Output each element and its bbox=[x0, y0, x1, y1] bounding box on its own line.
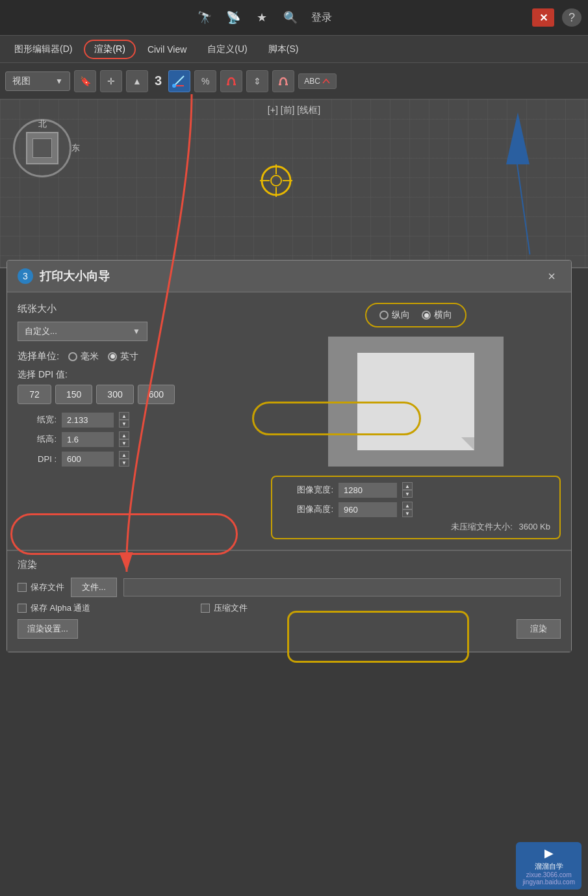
viewport: [+] [前] [线框] 北 东 bbox=[0, 99, 588, 268]
image-height-input[interactable] bbox=[339, 502, 397, 517]
percent-btn[interactable]: % bbox=[194, 70, 216, 92]
login-label[interactable]: 登录 bbox=[311, 11, 332, 25]
paper-preview bbox=[328, 337, 504, 467]
image-width-label: 图像宽度: bbox=[281, 484, 333, 496]
save-file-checkbox[interactable]: 保存文件 bbox=[18, 582, 64, 593]
view-select-arrow: ▼ bbox=[55, 77, 63, 86]
unit-inch-radio[interactable]: 英寸 bbox=[108, 351, 138, 363]
dpi-value-down[interactable]: ▼ bbox=[119, 459, 129, 467]
portrait-radio[interactable]: 纵向 bbox=[379, 309, 410, 321]
close-x-button[interactable]: ✕ bbox=[532, 8, 554, 27]
landscape-radio[interactable]: 横向 bbox=[422, 309, 452, 321]
paper-size-select[interactable]: 自定义... ▼ bbox=[18, 322, 147, 341]
watermark: ▶ 溜溜自学 zixue.3066.com jingyan.baidu.com bbox=[516, 842, 582, 890]
compress-file-checkbox[interactable]: 压缩文件 bbox=[201, 602, 248, 614]
save-file-checkbox-box[interactable] bbox=[18, 583, 27, 592]
paper-dropdown-row: 自定义... ▼ bbox=[18, 322, 258, 341]
render-row-1: 保存文件 文件... bbox=[18, 578, 561, 597]
dpi-value-up[interactable]: ▲ bbox=[119, 451, 129, 459]
portrait-label: 纵向 bbox=[392, 309, 410, 321]
render-file-path-input[interactable] bbox=[123, 578, 561, 596]
svg-point-6 bbox=[271, 175, 281, 186]
viewport-label: [+] [前] [线框] bbox=[268, 105, 320, 116]
up-down-btn[interactable]: ⇕ bbox=[246, 70, 268, 92]
watermark-url: jingyan.baidu.com bbox=[522, 878, 575, 886]
paper-height-input[interactable] bbox=[62, 432, 114, 447]
angle-tool-btn[interactable] bbox=[168, 70, 190, 92]
binoculars-icon[interactable]: 🔭 bbox=[194, 7, 215, 28]
dpi-600-btn[interactable]: 600 bbox=[138, 385, 175, 404]
upload-btn[interactable]: ▲ bbox=[126, 70, 148, 92]
paper-width-up[interactable]: ▲ bbox=[119, 412, 129, 420]
bookmark-btn[interactable]: 🔖 bbox=[74, 70, 96, 92]
abc-btn[interactable]: ABC bbox=[298, 73, 337, 89]
star-icon[interactable]: ★ bbox=[251, 7, 272, 28]
help-button[interactable]: ? bbox=[562, 8, 582, 27]
render-start-button[interactable]: 渲染 bbox=[517, 619, 561, 639]
compress-file-checkbox-box[interactable] bbox=[201, 604, 210, 613]
dpi-72-btn[interactable]: 72 bbox=[18, 385, 51, 404]
image-height-up[interactable]: ▲ bbox=[402, 502, 413, 509]
image-width-down[interactable]: ▼ bbox=[402, 490, 413, 498]
dpi-150-btn[interactable]: 150 bbox=[55, 385, 92, 404]
unit-mm-radio[interactable]: 毫米 bbox=[68, 351, 99, 363]
unit-selection: 选择单位: 毫米 英寸 bbox=[18, 350, 258, 363]
dpi-300-btn[interactable]: 300 bbox=[96, 385, 133, 404]
magnet-btn[interactable] bbox=[220, 70, 242, 92]
dialog-right-panel: 纵向 横向 图像宽度: ▲ bbox=[271, 303, 561, 539]
paper-width-spinner: ▲ ▼ bbox=[119, 412, 129, 428]
dpi-value-row: DPI : ▲ ▼ bbox=[18, 451, 258, 467]
paper-width-down[interactable]: ▼ bbox=[119, 420, 129, 428]
paper-height-up[interactable]: ▲ bbox=[119, 431, 129, 439]
file-browse-button[interactable]: 文件... bbox=[71, 578, 117, 597]
crosshair-btn[interactable]: ✛ bbox=[100, 70, 122, 92]
unit-label: 选择单位: bbox=[18, 350, 59, 363]
dpi-value-spinner: ▲ ▼ bbox=[119, 451, 129, 467]
menu-customize[interactable]: 自定义(U) bbox=[198, 40, 256, 59]
paper-height-row: 纸高: ▲ ▼ bbox=[18, 431, 258, 447]
save-alpha-label: 保存 Alpha 通道 bbox=[31, 602, 90, 614]
second-toolbar: 视图 ▼ 🔖 ✛ ▲ 3 % ⇕ ABC bbox=[0, 63, 588, 99]
print-size-dialog: 3 打印大小向导 × 纸张大小 自定义... ▼ 选择单位: 毫米 bbox=[6, 260, 572, 652]
search-icon[interactable]: 🔍 bbox=[280, 7, 301, 28]
satellite-icon[interactable]: 📡 bbox=[223, 7, 244, 28]
dialog-title: 打印大小向导 bbox=[40, 268, 536, 284]
paper-corner-fold bbox=[461, 437, 474, 450]
menu-civil-view[interactable]: Civil View bbox=[138, 40, 196, 58]
save-alpha-checkbox[interactable]: 保存 Alpha 通道 bbox=[18, 602, 90, 614]
compass-east: 东 bbox=[71, 142, 80, 154]
render-settings-button[interactable]: 渲染设置... bbox=[18, 619, 78, 639]
menu-script[interactable]: 脚本(S) bbox=[259, 40, 308, 59]
view-select[interactable]: 视图 ▼ bbox=[5, 71, 70, 91]
dpi-row-label: DPI : bbox=[18, 454, 57, 464]
watermark-site: zixue.3066.com bbox=[522, 871, 575, 878]
render-section-title: 渲染 bbox=[18, 559, 561, 571]
unit-mm-label: 毫米 bbox=[81, 351, 99, 363]
image-height-down[interactable]: ▼ bbox=[402, 509, 413, 517]
paper-width-label: 纸宽: bbox=[18, 414, 57, 426]
dpi-buttons-group: 72 150 300 600 bbox=[18, 385, 258, 404]
menu-graph-editor[interactable]: 图形编辑器(D) bbox=[5, 40, 81, 59]
paper-width-input[interactable] bbox=[62, 413, 114, 428]
image-width-input[interactable] bbox=[339, 483, 397, 498]
magnet2-btn[interactable] bbox=[272, 70, 294, 92]
render-section: 渲染 保存文件 文件... 保存 Alpha 通道 压缩文件 渲染设置... 渲… bbox=[7, 550, 571, 652]
landscape-radio-circle bbox=[422, 311, 431, 320]
paper-size-value: 自定义... bbox=[25, 326, 57, 337]
dpi-value-input[interactable] bbox=[62, 452, 114, 467]
image-height-label: 图像高度: bbox=[281, 504, 333, 515]
compass-inner bbox=[26, 132, 58, 164]
top-toolbar: 🔭 📡 ★ 🔍 登录 ✕ ? bbox=[0, 0, 588, 36]
render-row-2: 保存 Alpha 通道 压缩文件 bbox=[18, 602, 561, 614]
image-width-up[interactable]: ▲ bbox=[402, 482, 413, 490]
save-alpha-checkbox-box[interactable] bbox=[18, 604, 27, 613]
menu-render[interactable]: 渲染(R) bbox=[84, 40, 135, 59]
dialog-close-button[interactable]: × bbox=[543, 267, 561, 285]
paper-size-arrow: ▼ bbox=[133, 327, 140, 336]
paper-size-section-label: 纸张大小 bbox=[18, 303, 258, 315]
viewport-grid bbox=[0, 99, 588, 267]
compress-file-label: 压缩文件 bbox=[214, 602, 248, 614]
svg-point-0 bbox=[172, 84, 176, 88]
file-size-text: 未压缩文件大小: 3600 Kb bbox=[281, 521, 550, 533]
paper-height-down[interactable]: ▼ bbox=[119, 439, 129, 447]
